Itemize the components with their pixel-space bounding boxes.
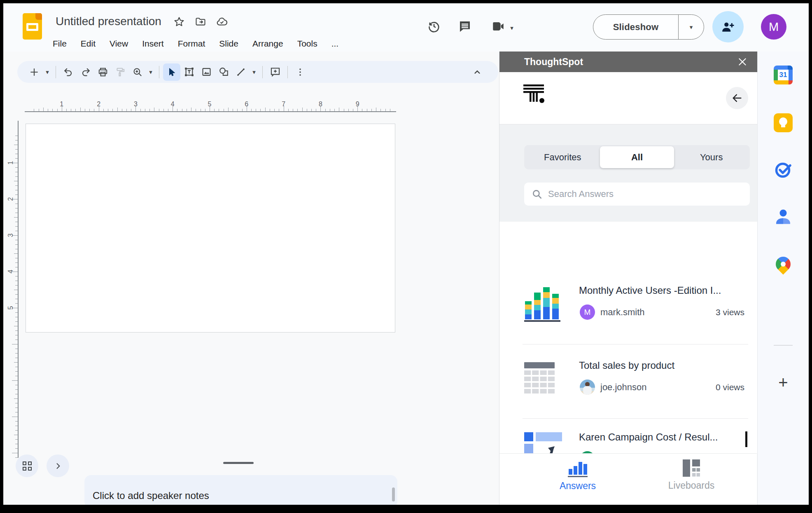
google-maps-icon[interactable] (774, 255, 793, 274)
menu-overflow[interactable]: ... (327, 37, 343, 50)
slide-canvas[interactable] (26, 124, 395, 333)
google-slides-logo-icon[interactable] (23, 13, 42, 40)
panel-close-button[interactable] (737, 56, 748, 68)
slideshow-button[interactable]: Slideshow ▾ (593, 14, 704, 40)
slideshow-options-caret[interactable]: ▾ (678, 15, 704, 39)
search-icon (532, 189, 542, 199)
toolbar-divider (287, 66, 288, 78)
liveboards-tab[interactable]: Liveboards (650, 459, 733, 491)
menu-format[interactable]: Format (174, 37, 210, 50)
panel-logo-row (499, 72, 757, 124)
answer-list-item[interactable]: Karen Campaign Cost / Resul... K karen.c… (521, 431, 750, 453)
camera-dropdown-caret[interactable]: ▾ (506, 18, 517, 38)
horizontal-ruler[interactable]: 123456789 (25, 101, 396, 112)
answer-list-item[interactable]: Monthly Active Users -Edition I... M mar… (521, 285, 750, 347)
answers-list: Monthly Active Users -Edition I... M mar… (499, 222, 757, 453)
list-divider (523, 418, 748, 419)
hide-menus-chevron[interactable] (469, 63, 486, 81)
tab-favorites[interactable]: Favorites (525, 146, 600, 168)
add-comment-tool[interactable] (266, 63, 284, 81)
text-cursor (745, 431, 747, 447)
cloud-saved-icon[interactable] (216, 16, 228, 28)
table-icon (524, 362, 564, 402)
owner-avatar-photo (580, 379, 595, 395)
new-slide-caret[interactable]: ▾ (43, 63, 52, 81)
top-bar: Untitled presentation File Edit View Ins… (3, 3, 809, 52)
answers-tab[interactable]: Answers (537, 459, 619, 492)
share-button[interactable] (712, 11, 744, 42)
google-calendar-icon[interactable]: 31 (774, 66, 793, 84)
google-tasks-icon[interactable] (774, 160, 793, 179)
pivot-chart-icon (524, 432, 564, 453)
panel-back-button[interactable] (726, 87, 748, 109)
line-tool-caret[interactable]: ▾ (250, 63, 259, 81)
panel-bottom-tabbar: Answers Liveboards (499, 453, 757, 505)
google-keep-icon[interactable] (774, 113, 793, 132)
views-count: 0 views (716, 382, 744, 392)
menu-tools[interactable]: Tools (293, 37, 322, 50)
star-icon[interactable] (173, 16, 185, 28)
answers-tab-label: Answers (537, 480, 619, 492)
toolbar-divider (262, 66, 263, 78)
get-add-ons-button[interactable]: + (774, 373, 793, 392)
answer-list-item[interactable]: Total sales by product joe.johnson 0 vie… (521, 360, 750, 422)
menu-slide[interactable]: Slide (215, 37, 243, 50)
menu-insert[interactable]: Insert (138, 37, 168, 50)
print-button[interactable] (94, 63, 112, 81)
redo-button[interactable] (77, 63, 94, 81)
close-icon (737, 56, 748, 67)
zoom-caret[interactable]: ▾ (146, 63, 155, 81)
ruler-number: 3 (134, 101, 138, 108)
speaker-notes-area[interactable]: Click to add speaker notes (84, 475, 397, 505)
speaker-notes-placeholder[interactable]: Click to add speaker notes (93, 490, 209, 501)
ruler-number: 2 (7, 197, 14, 201)
select-tool-button[interactable] (163, 63, 180, 81)
ruler-number: 1 (7, 161, 14, 165)
search-placeholder: Search Answers (548, 189, 614, 199)
undo-button[interactable] (60, 63, 77, 81)
menu-edit[interactable]: Edit (77, 37, 100, 50)
move-to-folder-icon[interactable] (194, 16, 207, 28)
account-avatar[interactable]: M (761, 14, 786, 40)
menu-view[interactable]: View (105, 37, 132, 50)
list-divider (523, 344, 748, 344)
answer-title[interactable]: Total sales by product (579, 360, 744, 371)
version-history-icon[interactable] (424, 16, 444, 36)
ruler-number: 1 (60, 101, 63, 108)
tab-all[interactable]: All (600, 146, 674, 168)
document-title[interactable]: Untitled presentation (56, 15, 161, 28)
ruler-number: 3 (7, 234, 14, 237)
tab-yours[interactable]: Yours (674, 146, 749, 168)
slideshow-label: Slideshow (593, 22, 678, 33)
new-slide-button[interactable] (26, 63, 43, 81)
main-toolbar: ▾ ▾ ▾ (17, 61, 498, 83)
google-contacts-icon[interactable] (774, 207, 793, 226)
expand-filmstrip-button[interactable] (47, 454, 69, 477)
text-box-tool[interactable] (180, 63, 198, 81)
ruler-number: 7 (282, 101, 285, 108)
notes-scrollbar[interactable] (392, 487, 395, 501)
views-count: 3 views (716, 307, 744, 317)
panel-title: ThoughtSpot (524, 56, 583, 68)
tab-group: Favorites All Yours (524, 145, 750, 169)
thoughtspot-logo-icon (523, 84, 546, 103)
notes-resize-handle[interactable] (223, 462, 254, 464)
arrow-left-icon (731, 92, 743, 104)
google-slides-window: Untitled presentation File Edit View Ins… (3, 3, 809, 505)
grid-view-button[interactable] (16, 454, 38, 477)
answer-title[interactable]: Monthly Active Users -Edition I... (579, 285, 744, 296)
comments-icon[interactable] (455, 16, 475, 36)
owner-avatar: M (580, 305, 595, 320)
zoom-button[interactable] (129, 63, 146, 81)
meet-camera-icon[interactable] (488, 16, 508, 36)
menu-arrange[interactable]: Arrange (248, 37, 287, 50)
insert-shape-tool[interactable] (215, 63, 232, 81)
search-input[interactable]: Search Answers (524, 183, 750, 206)
more-options-button[interactable] (292, 63, 309, 81)
answer-title[interactable]: Karen Campaign Cost / Resul... (579, 431, 740, 443)
menu-file[interactable]: File (49, 37, 71, 50)
insert-line-tool[interactable] (232, 63, 250, 81)
vertical-ruler[interactable]: 12345 (12, 121, 19, 458)
insert-image-tool[interactable] (198, 63, 215, 81)
paint-format-button[interactable] (112, 63, 129, 81)
